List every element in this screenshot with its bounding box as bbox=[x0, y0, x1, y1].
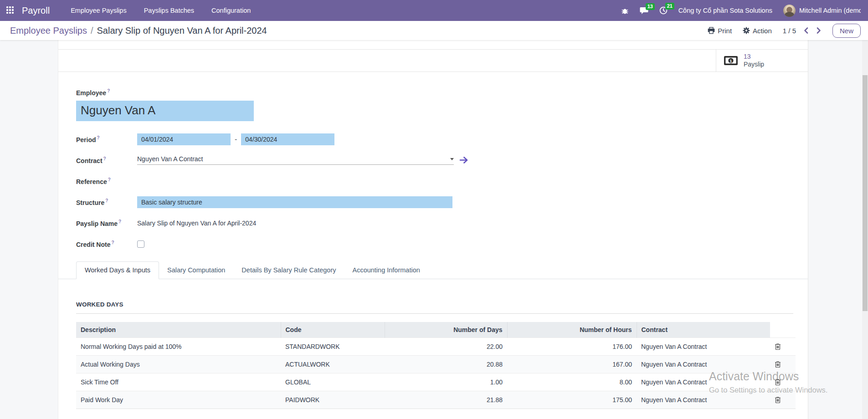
scrollbar-thumb[interactable] bbox=[863, 75, 868, 311]
chevron-down-icon bbox=[450, 158, 454, 160]
col-description[interactable]: Description bbox=[76, 322, 281, 338]
user-name: Mitchell Admin (demo5 bbox=[799, 7, 861, 14]
printer-icon bbox=[708, 27, 715, 34]
menu-employee-payslips[interactable]: Employee Payslips bbox=[71, 7, 127, 14]
new-button[interactable]: New bbox=[832, 24, 861, 38]
period-to-input[interactable]: 04/30/2024 bbox=[241, 133, 334, 145]
credit-note-field-row: Credit Note? bbox=[76, 238, 794, 250]
navbar-right: 13 21 Công ty Cổ phần Sota Solutions Mit… bbox=[621, 5, 861, 17]
apps-menu-icon[interactable] bbox=[6, 6, 15, 15]
app-brand[interactable]: Payroll bbox=[22, 5, 50, 16]
period-from-input[interactable]: 04/01/2024 bbox=[137, 133, 231, 145]
cell-contract[interactable]: Nguyen Van A Contract bbox=[637, 337, 770, 355]
period-label: Period? bbox=[76, 135, 137, 143]
pager-previous-icon[interactable] bbox=[803, 27, 809, 34]
employee-name-input[interactable]: Nguyen Van A bbox=[76, 101, 254, 121]
cell-hours[interactable]: 175.00 bbox=[507, 391, 637, 409]
delete-row-icon[interactable] bbox=[770, 373, 796, 391]
menu-configuration[interactable]: Configuration bbox=[211, 7, 251, 14]
debug-bug-icon[interactable] bbox=[621, 7, 629, 15]
company-switcher[interactable]: Công ty Cổ phần Sota Solutions bbox=[678, 7, 772, 14]
table-header-row: Description Code Number of Days Number o… bbox=[76, 322, 796, 338]
navbar-menus: Employee Payslips Payslips Batches Confi… bbox=[71, 7, 251, 14]
top-navbar: Payroll Employee Payslips Payslips Batch… bbox=[0, 0, 868, 21]
menu-payslips-batches[interactable]: Payslips Batches bbox=[144, 7, 194, 14]
action-button[interactable]: Action bbox=[743, 27, 772, 35]
main-content: 1 13 Payslip Employee? Nguyen Van A Peri… bbox=[0, 40, 868, 419]
section-divider bbox=[76, 313, 793, 314]
cell-description[interactable]: Actual Working Days bbox=[76, 355, 281, 373]
tab-worked-days-inputs[interactable]: Worked Days & Inputs bbox=[76, 261, 159, 279]
form-area: Employee? Nguyen Van A Period? 04/01/202… bbox=[58, 72, 808, 250]
cell-days[interactable]: 20.88 bbox=[385, 355, 507, 373]
messages-badge: 13 bbox=[646, 3, 655, 10]
tab-accounting-information[interactable]: Accounting Information bbox=[344, 262, 428, 279]
cell-description[interactable]: Normal Working Days paid at 100% bbox=[76, 337, 281, 355]
worked-days-table: Description Code Number of Days Number o… bbox=[76, 322, 796, 409]
contract-value: Nguyen Van A Contract bbox=[137, 155, 447, 163]
cell-code[interactable]: ACTUALWORK bbox=[281, 355, 385, 373]
print-label: Print bbox=[718, 27, 732, 35]
period-separator: - bbox=[235, 135, 237, 143]
delete-row-icon[interactable] bbox=[770, 391, 796, 409]
table-row[interactable]: Paid Work Day PAIDWORK 21.88 175.00 Nguy… bbox=[76, 391, 796, 409]
breadcrumb-parent[interactable]: Employee Payslips bbox=[10, 26, 87, 36]
pager: 1 / 5 bbox=[783, 27, 822, 35]
col-code[interactable]: Code bbox=[281, 322, 385, 338]
table-row[interactable]: Sick Time Off GLOBAL 1.00 8.00 Nguyen Va… bbox=[76, 373, 796, 391]
breadcrumb-current: Salary Slip of Nguyen Van A for April-20… bbox=[97, 26, 267, 36]
user-avatar bbox=[783, 5, 796, 17]
help-icon: ? bbox=[108, 177, 111, 182]
col-number-of-days[interactable]: Number of Days bbox=[385, 322, 507, 338]
activities-clock-icon[interactable]: 21 bbox=[659, 6, 668, 15]
pager-value: 1 / 5 bbox=[783, 27, 796, 35]
stat-label: Payslip bbox=[744, 61, 764, 69]
delete-row-icon[interactable] bbox=[770, 337, 796, 355]
messages-icon[interactable]: 13 bbox=[640, 7, 648, 15]
delete-row-icon[interactable] bbox=[770, 355, 796, 373]
print-button[interactable]: Print bbox=[708, 27, 732, 35]
tab-salary-computation[interactable]: Salary Computation bbox=[159, 262, 233, 279]
contract-select[interactable]: Nguyen Van A Contract bbox=[137, 155, 454, 165]
breadcrumb: Employee Payslips / Salary Slip of Nguye… bbox=[10, 26, 267, 36]
form-sheet: 1 13 Payslip Employee? Nguyen Van A Peri… bbox=[58, 40, 808, 419]
cell-code[interactable]: GLOBAL bbox=[281, 373, 385, 391]
structure-input[interactable]: Basic salary structure bbox=[137, 196, 452, 208]
payslip-stat-button[interactable]: 1 13 Payslip bbox=[716, 50, 808, 72]
table-row[interactable]: Normal Working Days paid at 100% STANDAR… bbox=[76, 337, 796, 355]
cell-days[interactable]: 22.00 bbox=[385, 337, 507, 355]
credit-note-checkbox[interactable] bbox=[137, 240, 144, 248]
payslip-name-field-row: Payslip Name? Salary Slip of Nguyen Van … bbox=[76, 217, 794, 230]
cell-hours[interactable]: 167.00 bbox=[507, 355, 637, 373]
contract-field-row: Contract? Nguyen Van A Contract bbox=[76, 154, 794, 167]
internal-link-arrow-icon[interactable] bbox=[459, 156, 468, 164]
cell-code[interactable]: STANDARDWORK bbox=[281, 337, 385, 355]
tab-details-by-salary-rule-category[interactable]: Details By Salary Rule Category bbox=[233, 262, 344, 279]
contract-label: Contract? bbox=[76, 156, 137, 164]
help-icon: ? bbox=[103, 156, 106, 161]
control-panel: Employee Payslips / Salary Slip of Nguye… bbox=[0, 21, 868, 40]
cell-contract[interactable]: Nguyen Van A Contract bbox=[637, 355, 770, 373]
activities-badge: 21 bbox=[665, 3, 674, 10]
table-row[interactable]: Actual Working Days ACTUALWORK 20.88 167… bbox=[76, 355, 796, 373]
col-number-of-hours[interactable]: Number of Hours bbox=[507, 322, 637, 338]
cell-description[interactable]: Paid Work Day bbox=[76, 391, 281, 409]
cell-hours[interactable]: 176.00 bbox=[507, 337, 637, 355]
payslip-name-value[interactable]: Salary Slip of Nguyen Van A for April-20… bbox=[137, 220, 256, 227]
vertical-scrollbar[interactable] bbox=[862, 40, 868, 419]
button-box: 1 13 Payslip bbox=[58, 49, 808, 72]
cell-code[interactable]: PAIDWORK bbox=[281, 391, 385, 409]
cell-days[interactable]: 21.88 bbox=[385, 391, 507, 409]
reference-label: Reference? bbox=[76, 177, 137, 185]
structure-label: Structure? bbox=[76, 198, 137, 206]
col-contract[interactable]: Contract bbox=[637, 322, 770, 338]
user-menu[interactable]: Mitchell Admin (demo5 bbox=[783, 5, 861, 17]
pager-next-icon[interactable] bbox=[816, 27, 822, 34]
cell-days[interactable]: 1.00 bbox=[385, 373, 507, 391]
help-icon: ? bbox=[107, 88, 110, 93]
money-bill-icon: 1 bbox=[724, 55, 738, 66]
cell-contract[interactable]: Nguyen Van A Contract bbox=[637, 391, 770, 409]
cell-contract[interactable]: Nguyen Van A Contract bbox=[637, 373, 770, 391]
cell-description[interactable]: Sick Time Off bbox=[76, 373, 281, 391]
cell-hours[interactable]: 8.00 bbox=[507, 373, 637, 391]
